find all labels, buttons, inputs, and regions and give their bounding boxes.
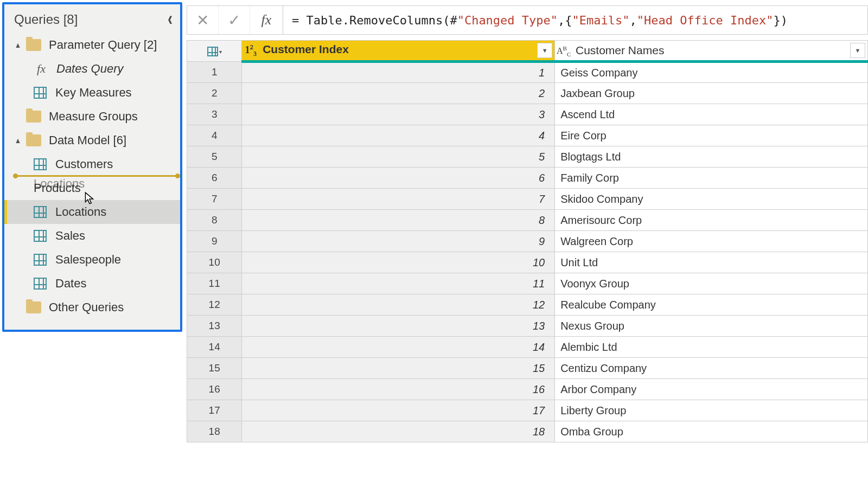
- table-row[interactable]: 1010Unit Ltd: [187, 252, 868, 273]
- row-number[interactable]: 3: [187, 104, 242, 125]
- table-row[interactable]: 1616Arbor Company: [187, 379, 868, 400]
- cell-customer-index[interactable]: 14: [242, 337, 555, 358]
- table-row[interactable]: 1414Alembic Ltd: [187, 337, 868, 358]
- cell-customer-name[interactable]: Alembic Ltd: [555, 337, 868, 358]
- collapse-panel-icon[interactable]: ‹: [168, 8, 173, 31]
- cell-customer-index[interactable]: 6: [242, 168, 555, 189]
- cell-customer-index[interactable]: 8: [242, 210, 555, 231]
- column-filter-button[interactable]: ▼: [850, 43, 865, 58]
- table-row[interactable]: 1818Omba Group: [187, 421, 868, 442]
- row-number[interactable]: 16: [187, 379, 242, 400]
- cell-customer-name[interactable]: Arbor Company: [555, 379, 868, 400]
- table-row[interactable]: 33Ascend Ltd: [187, 104, 868, 125]
- folder-measure-groups[interactable]: Measure Groups: [4, 105, 180, 129]
- query-salespeople[interactable]: Salespeople: [4, 248, 180, 272]
- row-number[interactable]: 4: [187, 125, 242, 146]
- cell-customer-name[interactable]: Eire Corp: [555, 125, 868, 146]
- column-filter-button[interactable]: ▼: [537, 43, 552, 58]
- cell-customer-name[interactable]: Centizu Company: [555, 358, 868, 379]
- cell-customer-index[interactable]: 1: [242, 62, 555, 83]
- cell-customer-name[interactable]: Ascend Ltd: [555, 104, 868, 125]
- folder-label: Measure Groups: [49, 110, 138, 124]
- table-row[interactable]: 22Jaxbean Group: [187, 83, 868, 104]
- query-locations[interactable]: Locations: [4, 200, 180, 224]
- cell-customer-name[interactable]: Amerisourc Corp: [555, 210, 868, 231]
- cell-customer-index[interactable]: 2: [242, 83, 555, 104]
- row-number[interactable]: 6: [187, 168, 242, 189]
- table-row[interactable]: 1212Realcube Company: [187, 294, 868, 316]
- cell-customer-index[interactable]: 12: [242, 294, 555, 316]
- formula-input[interactable]: = Table.RemoveColumns(#"Changed Type",{"…: [283, 5, 868, 35]
- cancel-formula-button[interactable]: ✕: [187, 6, 219, 34]
- table-row[interactable]: 1515Centizu Company: [187, 358, 868, 379]
- row-number[interactable]: 8: [187, 210, 242, 231]
- folder-other-queries[interactable]: Other Queries: [4, 296, 180, 319]
- table-row[interactable]: 44Eire Corp: [187, 125, 868, 146]
- table-row[interactable]: 1313Nexus Group: [187, 316, 868, 337]
- table-row[interactable]: 55Blogtags Ltd: [187, 146, 868, 168]
- cell-customer-index[interactable]: 9: [242, 231, 555, 252]
- cell-customer-name[interactable]: Walgreen Corp: [555, 231, 868, 252]
- fx-button[interactable]: fx: [250, 6, 283, 34]
- row-number[interactable]: 13: [187, 316, 242, 337]
- cell-customer-name[interactable]: Nexus Group: [555, 316, 868, 337]
- cell-customer-name[interactable]: Geiss Company: [555, 62, 868, 83]
- table-row[interactable]: 99Walgreen Corp: [187, 231, 868, 252]
- row-number[interactable]: 1: [187, 62, 242, 83]
- cell-customer-index[interactable]: 17: [242, 400, 555, 421]
- query-products-dragging[interactable]: Locations Products: [4, 176, 180, 200]
- column-customer-names[interactable]: ABC Customer Names ▼: [555, 41, 868, 62]
- table-row[interactable]: 1111Voonyx Group: [187, 273, 868, 294]
- table-row[interactable]: 1717Liberty Group: [187, 400, 868, 421]
- folder-parameter-query[interactable]: ▲ Parameter Query [2]: [4, 33, 180, 57]
- query-key-measures[interactable]: Key Measures: [4, 81, 180, 105]
- expand-toggle-icon[interactable]: ▲: [15, 136, 22, 145]
- cell-customer-name[interactable]: Unit Ltd: [555, 252, 868, 273]
- folder-data-model[interactable]: ▲ Data Model [6]: [4, 129, 180, 152]
- queries-tree: ▲ Parameter Query [2] fx Dates Query Key…: [4, 33, 180, 323]
- formula-token: }): [773, 14, 788, 27]
- cell-customer-index[interactable]: 16: [242, 379, 555, 400]
- cell-customer-name[interactable]: Blogtags Ltd: [555, 146, 868, 168]
- row-number[interactable]: 7: [187, 189, 242, 210]
- commit-formula-button[interactable]: ✓: [219, 6, 250, 34]
- query-dates-query[interactable]: fx Dates Query: [4, 57, 180, 81]
- row-number[interactable]: 10: [187, 252, 242, 273]
- cell-customer-index[interactable]: 5: [242, 146, 555, 168]
- cell-customer-name[interactable]: Skidoo Company: [555, 189, 868, 210]
- cell-customer-index[interactable]: 3: [242, 104, 555, 125]
- cell-customer-index[interactable]: 13: [242, 316, 555, 337]
- cell-customer-name[interactable]: Jaxbean Group: [555, 83, 868, 104]
- cell-customer-index[interactable]: 10: [242, 252, 555, 273]
- expand-toggle-icon[interactable]: ▲: [15, 41, 22, 49]
- table-row[interactable]: 11Geiss Company: [187, 62, 868, 83]
- cell-customer-name[interactable]: Family Corp: [555, 168, 868, 189]
- row-number[interactable]: 12: [187, 294, 242, 316]
- row-number[interactable]: 9: [187, 231, 242, 252]
- row-number[interactable]: 17: [187, 400, 242, 421]
- row-number[interactable]: 11: [187, 273, 242, 294]
- cell-customer-index[interactable]: 15: [242, 358, 555, 379]
- query-label: Locations: [55, 205, 106, 219]
- column-customer-index[interactable]: 123 Customer Index ▼: [242, 41, 555, 62]
- cell-customer-index[interactable]: 4: [242, 125, 555, 146]
- row-number[interactable]: 5: [187, 146, 242, 168]
- row-number[interactable]: 14: [187, 337, 242, 358]
- query-customers[interactable]: Customers: [4, 152, 180, 176]
- cell-customer-name[interactable]: Realcube Company: [555, 294, 868, 316]
- cell-customer-name[interactable]: Voonyx Group: [555, 273, 868, 294]
- table-row[interactable]: 88Amerisourc Corp: [187, 210, 868, 231]
- cell-customer-name[interactable]: Omba Group: [555, 421, 868, 442]
- table-menu-button[interactable]: ▾: [187, 41, 242, 62]
- cell-customer-index[interactable]: 7: [242, 189, 555, 210]
- row-number[interactable]: 15: [187, 358, 242, 379]
- table-row[interactable]: 66Family Corp: [187, 168, 868, 189]
- row-number[interactable]: 18: [187, 421, 242, 442]
- cell-customer-index[interactable]: 11: [242, 273, 555, 294]
- cell-customer-index[interactable]: 18: [242, 421, 555, 442]
- query-dates[interactable]: Dates: [4, 272, 180, 296]
- cell-customer-name[interactable]: Liberty Group: [555, 400, 868, 421]
- table-row[interactable]: 77Skidoo Company: [187, 189, 868, 210]
- row-number[interactable]: 2: [187, 83, 242, 104]
- query-sales[interactable]: Sales: [4, 224, 180, 248]
